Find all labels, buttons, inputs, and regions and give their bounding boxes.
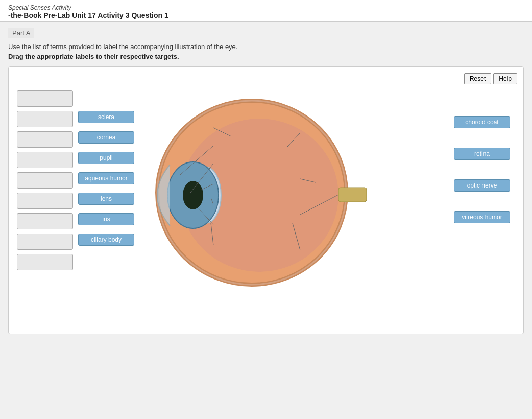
- drop-target-9[interactable]: [17, 254, 73, 270]
- eye-illustration: [139, 85, 374, 312]
- left-labels: sclera cornea pupil aqueous humor lens i…: [78, 111, 134, 246]
- svg-point-7: [183, 181, 203, 210]
- right-labels: choroid coat retina optic nerve vitreous…: [454, 116, 510, 223]
- drop-target-8[interactable]: [17, 234, 73, 250]
- drop-target-1[interactable]: [17, 90, 73, 107]
- part-label: Part A: [8, 28, 34, 38]
- label-retina[interactable]: retina: [454, 148, 510, 160]
- instructions: Use the list of terms provided to label …: [8, 43, 524, 51]
- drop-target-5[interactable]: [17, 172, 73, 189]
- label-ciliary-body[interactable]: ciliary body: [78, 234, 134, 246]
- label-choroid-coat[interactable]: choroid coat: [454, 116, 510, 128]
- label-vitreous-humor[interactable]: vitreous humor: [454, 211, 510, 223]
- drag-instruction: Drag the appropriate labels to their res…: [8, 53, 524, 60]
- svg-rect-8: [338, 188, 367, 202]
- label-lens[interactable]: lens: [78, 193, 134, 205]
- activity-box: Reset Help sclera cornea: [8, 66, 524, 334]
- label-sclera[interactable]: sclera: [78, 111, 134, 123]
- page-header: Special Senses Activity -the-Book Pre-La…: [0, 0, 532, 22]
- diagram-area: sclera cornea pupil aqueous humor lens i…: [78, 80, 515, 325]
- label-optic-nerve[interactable]: optic nerve: [454, 179, 510, 192]
- label-aqueous-humor[interactable]: aqueous humor: [78, 172, 134, 184]
- activity-title: Special Senses Activity: [8, 4, 524, 11]
- label-iris[interactable]: iris: [78, 213, 134, 225]
- activity-content: sclera cornea pupil aqueous humor lens i…: [17, 80, 515, 325]
- unit-title: -the-Book Pre-Lab Unit 17 Activity 3 Que…: [8, 11, 524, 19]
- drop-target-6[interactable]: [17, 193, 73, 209]
- content-area: Part A Use the list of terms provided to…: [0, 22, 532, 340]
- drop-target-2[interactable]: [17, 111, 73, 127]
- drop-target-4[interactable]: [17, 152, 73, 168]
- drop-targets-left: [17, 80, 73, 325]
- label-pupil[interactable]: pupil: [78, 152, 134, 164]
- label-cornea[interactable]: cornea: [78, 131, 134, 144]
- drop-target-7[interactable]: [17, 213, 73, 229]
- drop-target-3[interactable]: [17, 131, 73, 148]
